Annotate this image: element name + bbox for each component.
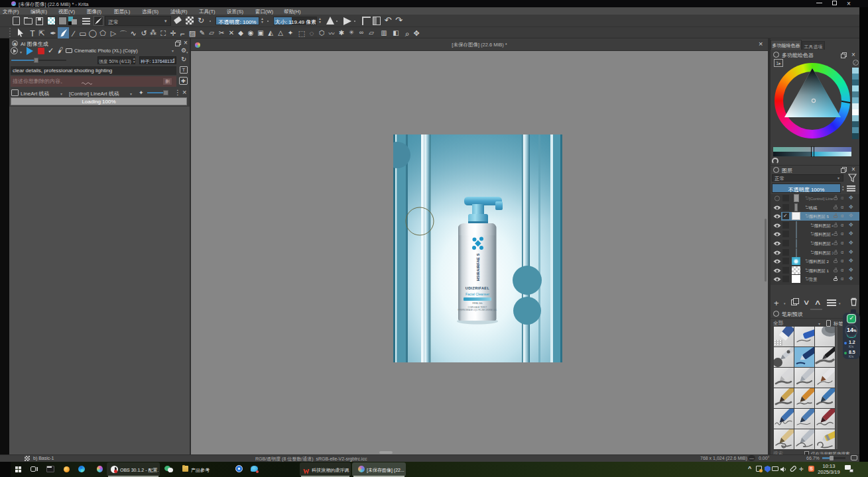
svg-text:HSIRAIRFAE S: HSIRAIRFAE S	[476, 253, 480, 281]
svg-text:UDIZRIFAEL: UDIZRIFAEL	[465, 286, 490, 290]
svg-text:FIRBL Gth: FIRBL Gth	[473, 302, 483, 305]
svg-text:Facial Cleanser: Facial Cleanser	[465, 292, 489, 296]
svg-text:FPRIPBOMKAGE LIQLI FICJNE LEVE: FPRIPBOMKAGE LIQLI FICJNE LEVENE GEL	[458, 309, 497, 311]
